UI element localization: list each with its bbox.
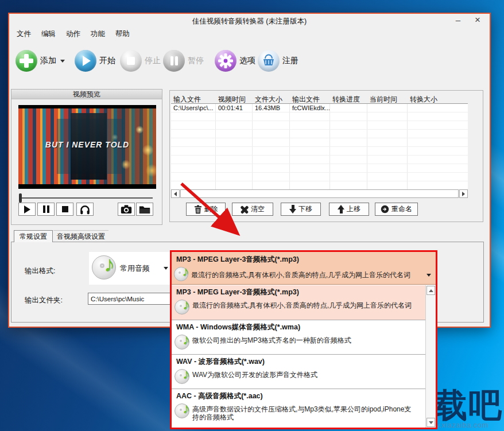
video-frame: BUT I NEVER TOLD [18, 108, 156, 184]
table-row-empty [171, 121, 468, 130]
tab-general-settings[interactable]: 常规设置 [14, 230, 53, 242]
preview-play-button[interactable] [18, 203, 36, 216]
close-button[interactable]: × [469, 14, 486, 28]
output-format-label: 输出格式: [25, 266, 55, 276]
format-combobox-selected[interactable]: MP3 - MPEG Layer-3音频格式(*.mp3) ♪ 最流行的音频格式… [172, 252, 436, 285]
seek-slider[interactable] [20, 197, 153, 199]
scroll-right-icon [462, 192, 465, 196]
play-icon [24, 205, 30, 213]
preview-pause-button[interactable] [37, 203, 55, 216]
delete-button[interactable]: 删除 [186, 203, 226, 216]
menu-function[interactable]: 功能 [86, 28, 110, 39]
clear-button[interactable]: 清空 [232, 203, 273, 216]
chevron-down-icon [164, 267, 168, 270]
rename-icon [381, 205, 389, 213]
scroll-left-icon [174, 192, 177, 196]
table-row-empty [171, 173, 468, 181]
preview-audio-button[interactable] [76, 203, 94, 216]
move-up-button[interactable]: 上移 [329, 203, 369, 216]
gear-icon [215, 50, 237, 72]
tab-advanced-settings[interactable]: 音视频高级设置 [53, 230, 108, 242]
vertical-scrollbar[interactable] [425, 285, 436, 428]
table-row-empty [171, 138, 468, 147]
arrow-up-icon [338, 205, 344, 213]
add-icon [15, 50, 37, 72]
chevron-down-icon [427, 274, 431, 277]
table-row[interactable]: C:\Users\pc\... 00:01:41 16.43MB fcCWIEk… [171, 104, 468, 112]
video-thumbnail[interactable]: BUT I NEVER TOLD [18, 105, 156, 189]
file-table[interactable]: 输入文件 视频时间 文件大小 输出文件 转换进度 当前时间 转换大小 C:\Us… [171, 94, 468, 199]
camera-icon [121, 204, 132, 214]
headphones-icon [79, 204, 91, 215]
preview-stop-button[interactable] [56, 203, 73, 216]
minimize-button[interactable]: – [449, 14, 467, 28]
menu-bar: 文件编辑动作功能帮助 [11, 28, 135, 40]
basket-icon [258, 50, 280, 72]
options-button[interactable]: 选项 [215, 50, 255, 72]
pause-button: 暂停 [163, 50, 204, 72]
table-row-empty [171, 181, 468, 190]
start-button[interactable]: 开始 [75, 50, 115, 72]
stop-button: 停止 [120, 50, 161, 72]
menu-action[interactable]: 动作 [61, 28, 86, 39]
format-option-list: MP3 - MPEG Layer-3音频格式(*.mp3) ♪ 最流行的音频格式… [172, 285, 436, 428]
table-row-empty [171, 147, 468, 156]
table-row-empty [171, 130, 468, 138]
add-button[interactable]: 添加 [15, 50, 65, 72]
stop-icon [120, 50, 142, 72]
format-dropdown-popup: MP3 - MPEG Layer-3音频格式(*.mp3) ♪ 最流行的音频格式… [170, 250, 437, 429]
clear-x-icon [241, 205, 249, 213]
preview-header: 视频预览 [11, 90, 162, 99]
play-icon [75, 50, 96, 72]
scroll-down-button[interactable] [427, 418, 435, 427]
file-list-panel: 输入文件 视频时间 文件大小 输出文件 转换进度 当前时间 转换大小 C:\Us… [169, 90, 483, 222]
seek-slider-thumb[interactable] [19, 193, 22, 203]
table-row-empty [171, 156, 468, 164]
video-caption: BUT I NEVER TOLD [18, 140, 156, 149]
menu-file[interactable]: 文件 [11, 28, 36, 39]
menu-help[interactable]: 帮助 [110, 28, 135, 39]
menu-edit[interactable]: 编辑 [36, 28, 61, 39]
option-wma[interactable]: WMA - Windows媒体音频格式(*.wma) ♪ 微软公司推出的与MP3… [172, 320, 436, 354]
window-title: 佳佳视频转音频转换器 (未注册版本) [9, 14, 490, 29]
move-down-button[interactable]: 下移 [281, 203, 321, 216]
chevron-down-icon [60, 60, 65, 63]
format-category-value: 常用音频 [120, 263, 150, 274]
open-folder-button[interactable] [136, 203, 153, 216]
scroll-up-icon [429, 289, 433, 292]
scroll-left-button[interactable] [171, 189, 180, 198]
trash-icon [194, 205, 202, 214]
table-header[interactable]: 输入文件 视频时间 文件大小 输出文件 转换进度 当前时间 转换大小 [171, 94, 468, 104]
option-wav[interactable]: WAV - 波形音频格式(*.wav) ♪ WAV为微软公司开发的波形声音文件格… [172, 354, 436, 389]
title-bar[interactable]: 佳佳视频转音频转换器 (未注册版本) – × [9, 14, 490, 28]
format-category-combo[interactable]: ♪ 常用音频 [89, 252, 174, 285]
table-row-empty [171, 112, 468, 121]
pause-icon [163, 50, 185, 72]
table-row-empty [171, 164, 468, 173]
scrollbar-thumb[interactable] [180, 189, 459, 198]
scroll-up-button[interactable] [427, 286, 435, 295]
register-button[interactable]: 注册 [258, 50, 298, 72]
horizontal-scrollbar[interactable] [171, 189, 468, 198]
arrow-down-icon [289, 205, 296, 213]
output-folder-label: 输出文件夹: [25, 296, 63, 305]
rename-button[interactable]: 重命名 [375, 203, 418, 216]
pause-icon [43, 205, 49, 213]
scroll-right-button[interactable] [459, 189, 468, 198]
folder-icon [139, 205, 150, 214]
video-preview-panel: 视频预览 BUT I NEVER TOLD [11, 89, 162, 225]
option-mp3[interactable]: MP3 - MPEG Layer-3音频格式(*.mp3) ♪ 最流行的音频格式… [172, 285, 436, 320]
snapshot-button[interactable] [118, 203, 135, 216]
stop-icon [62, 206, 68, 212]
scroll-down-icon [429, 421, 433, 424]
option-aac[interactable]: AAC - 高级音频格式(*.aac) ♪ 高级声音数据设计的文件压缩格式,与M… [172, 389, 436, 427]
